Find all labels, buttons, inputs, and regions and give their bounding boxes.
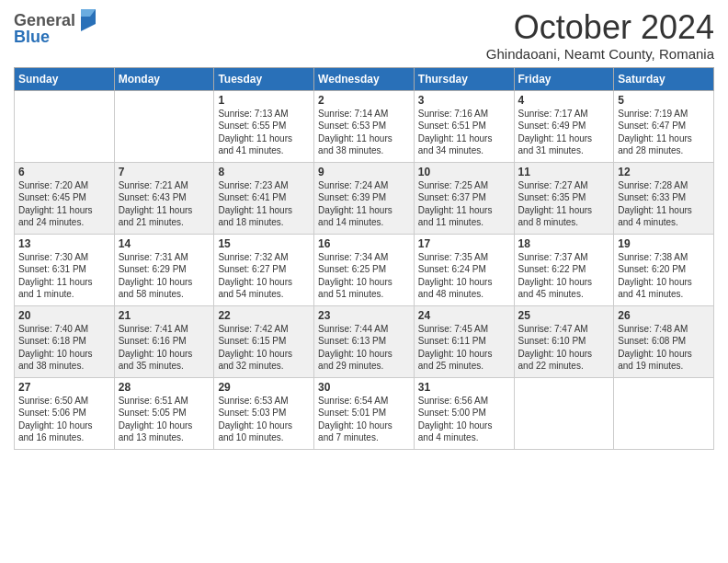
calendar-week-4: 20Sunrise: 7:40 AMSunset: 6:18 PMDayligh… — [15, 305, 714, 377]
calendar-cell: 24Sunrise: 7:45 AMSunset: 6:11 PMDayligh… — [414, 305, 514, 377]
calendar-cell: 10Sunrise: 7:25 AMSunset: 6:37 PMDayligh… — [414, 162, 514, 234]
calendar-cell: 31Sunrise: 6:56 AMSunset: 5:00 PMDayligh… — [414, 377, 514, 449]
day-info: Sunrise: 7:32 AMSunset: 6:27 PMDaylight:… — [218, 251, 310, 301]
calendar-cell — [614, 377, 714, 449]
day-number: 7 — [119, 166, 210, 178]
day-info: Sunrise: 7:13 AMSunset: 6:55 PMDaylight:… — [218, 108, 310, 157]
logo-icon — [77, 7, 97, 31]
page-header: General Blue October 2024 Ghindaoani, Ne… — [14, 9, 714, 62]
calendar-cell: 7Sunrise: 7:21 AMSunset: 6:43 PMDaylight… — [114, 162, 214, 234]
day-number: 21 — [119, 309, 210, 322]
calendar-week-5: 27Sunrise: 6:50 AMSunset: 5:06 PMDayligh… — [15, 377, 714, 449]
day-number: 24 — [418, 309, 510, 322]
calendar-cell: 21Sunrise: 7:41 AMSunset: 6:16 PMDayligh… — [114, 305, 214, 377]
day-number: 23 — [318, 309, 410, 322]
day-info: Sunrise: 7:14 AMSunset: 6:53 PMDaylight:… — [318, 108, 410, 157]
day-info: Sunrise: 7:24 AMSunset: 6:39 PMDaylight:… — [318, 179, 410, 229]
day-header-tuesday: Tuesday — [214, 67, 314, 90]
calendar-cell: 6Sunrise: 7:20 AMSunset: 6:45 PMDaylight… — [15, 162, 115, 234]
day-number: 29 — [218, 381, 310, 394]
day-info: Sunrise: 7:41 AMSunset: 6:16 PMDaylight:… — [119, 323, 210, 373]
calendar-cell: 20Sunrise: 7:40 AMSunset: 6:18 PMDayligh… — [15, 305, 115, 377]
calendar-week-3: 13Sunrise: 7:30 AMSunset: 6:31 PMDayligh… — [15, 234, 714, 305]
day-number: 13 — [18, 237, 110, 250]
calendar-cell: 17Sunrise: 7:35 AMSunset: 6:24 PMDayligh… — [414, 234, 514, 305]
day-header-saturday: Saturday — [614, 67, 714, 90]
day-number: 9 — [318, 166, 410, 178]
day-number: 26 — [618, 309, 710, 322]
calendar-cell: 22Sunrise: 7:42 AMSunset: 6:15 PMDayligh… — [214, 305, 314, 377]
calendar-cell — [514, 377, 614, 449]
calendar-cell: 19Sunrise: 7:38 AMSunset: 6:20 PMDayligh… — [614, 234, 714, 305]
day-number: 8 — [218, 166, 310, 178]
day-number: 14 — [119, 237, 210, 250]
day-info: Sunrise: 7:35 AMSunset: 6:24 PMDaylight:… — [418, 251, 510, 301]
day-info: Sunrise: 7:16 AMSunset: 6:51 PMDaylight:… — [418, 108, 510, 157]
day-number: 15 — [218, 237, 310, 250]
day-info: Sunrise: 7:27 AMSunset: 6:35 PMDaylight:… — [518, 179, 610, 229]
calendar-cell: 1Sunrise: 7:13 AMSunset: 6:55 PMDaylight… — [214, 90, 314, 162]
day-number: 16 — [318, 237, 410, 250]
day-info: Sunrise: 7:42 AMSunset: 6:15 PMDaylight:… — [218, 323, 310, 373]
day-number: 28 — [119, 381, 210, 394]
day-info: Sunrise: 6:51 AMSunset: 5:05 PMDaylight:… — [119, 395, 210, 444]
day-info: Sunrise: 7:31 AMSunset: 6:29 PMDaylight:… — [119, 251, 210, 301]
calendar-week-2: 6Sunrise: 7:20 AMSunset: 6:45 PMDaylight… — [15, 162, 714, 234]
day-number: 17 — [418, 237, 510, 250]
day-header-sunday: Sunday — [15, 67, 115, 90]
day-info: Sunrise: 7:28 AMSunset: 6:33 PMDaylight:… — [618, 179, 710, 229]
calendar-cell: 5Sunrise: 7:19 AMSunset: 6:47 PMDaylight… — [614, 90, 714, 162]
day-number: 5 — [618, 94, 710, 107]
day-number: 19 — [618, 237, 710, 250]
day-number: 2 — [318, 94, 410, 107]
day-info: Sunrise: 7:25 AMSunset: 6:37 PMDaylight:… — [418, 179, 510, 229]
day-number: 10 — [418, 166, 510, 178]
day-info: Sunrise: 7:38 AMSunset: 6:20 PMDaylight:… — [618, 251, 710, 301]
calendar-cell: 12Sunrise: 7:28 AMSunset: 6:33 PMDayligh… — [614, 162, 714, 234]
day-header-thursday: Thursday — [414, 67, 514, 90]
day-number: 25 — [518, 309, 610, 322]
calendar-cell: 13Sunrise: 7:30 AMSunset: 6:31 PMDayligh… — [15, 234, 115, 305]
day-number: 31 — [418, 381, 510, 394]
calendar-cell: 3Sunrise: 7:16 AMSunset: 6:51 PMDaylight… — [414, 90, 514, 162]
day-info: Sunrise: 7:44 AMSunset: 6:13 PMDaylight:… — [318, 323, 410, 373]
calendar-cell: 26Sunrise: 7:48 AMSunset: 6:08 PMDayligh… — [614, 305, 714, 377]
day-number: 11 — [518, 166, 610, 178]
calendar-cell: 25Sunrise: 7:47 AMSunset: 6:10 PMDayligh… — [514, 305, 614, 377]
day-header-wednesday: Wednesday — [314, 67, 415, 90]
calendar-cell — [114, 90, 214, 162]
calendar-cell: 30Sunrise: 6:54 AMSunset: 5:01 PMDayligh… — [314, 377, 415, 449]
day-info: Sunrise: 6:53 AMSunset: 5:03 PMDaylight:… — [218, 395, 310, 444]
day-info: Sunrise: 7:34 AMSunset: 6:25 PMDaylight:… — [318, 251, 410, 301]
calendar-week-1: 1Sunrise: 7:13 AMSunset: 6:55 PMDaylight… — [15, 90, 714, 162]
calendar-cell: 23Sunrise: 7:44 AMSunset: 6:13 PMDayligh… — [314, 305, 415, 377]
day-info: Sunrise: 7:45 AMSunset: 6:11 PMDaylight:… — [418, 323, 510, 373]
day-number: 22 — [218, 309, 310, 322]
calendar-cell: 27Sunrise: 6:50 AMSunset: 5:06 PMDayligh… — [15, 377, 115, 449]
day-header-monday: Monday — [114, 67, 214, 90]
day-info: Sunrise: 7:17 AMSunset: 6:49 PMDaylight:… — [518, 108, 610, 157]
day-info: Sunrise: 7:37 AMSunset: 6:22 PMDaylight:… — [518, 251, 610, 301]
calendar-cell: 28Sunrise: 6:51 AMSunset: 5:05 PMDayligh… — [114, 377, 214, 449]
calendar-cell — [15, 90, 115, 162]
day-info: Sunrise: 7:30 AMSunset: 6:31 PMDaylight:… — [18, 251, 110, 301]
month-title: October 2024 — [486, 9, 714, 46]
day-number: 1 — [218, 94, 310, 107]
calendar-table: SundayMondayTuesdayWednesdayThursdayFrid… — [14, 67, 714, 450]
day-number: 4 — [518, 94, 610, 107]
day-number: 6 — [18, 166, 110, 178]
calendar-cell: 11Sunrise: 7:27 AMSunset: 6:35 PMDayligh… — [514, 162, 614, 234]
day-info: Sunrise: 7:19 AMSunset: 6:47 PMDaylight:… — [618, 108, 710, 157]
day-number: 12 — [618, 166, 710, 178]
day-info: Sunrise: 7:21 AMSunset: 6:43 PMDaylight:… — [119, 179, 210, 229]
calendar-cell: 9Sunrise: 7:24 AMSunset: 6:39 PMDaylight… — [314, 162, 415, 234]
calendar-cell: 29Sunrise: 6:53 AMSunset: 5:03 PMDayligh… — [214, 377, 314, 449]
day-info: Sunrise: 6:50 AMSunset: 5:06 PMDaylight:… — [18, 395, 110, 444]
day-number: 20 — [18, 309, 110, 322]
day-info: Sunrise: 7:40 AMSunset: 6:18 PMDaylight:… — [18, 323, 110, 373]
calendar-cell: 14Sunrise: 7:31 AMSunset: 6:29 PMDayligh… — [114, 234, 214, 305]
day-info: Sunrise: 6:56 AMSunset: 5:00 PMDaylight:… — [418, 395, 510, 444]
calendar-header-row: SundayMondayTuesdayWednesdayThursdayFrid… — [15, 67, 714, 90]
title-block: October 2024 Ghindaoani, Neamt County, R… — [486, 9, 714, 62]
calendar-cell: 18Sunrise: 7:37 AMSunset: 6:22 PMDayligh… — [514, 234, 614, 305]
